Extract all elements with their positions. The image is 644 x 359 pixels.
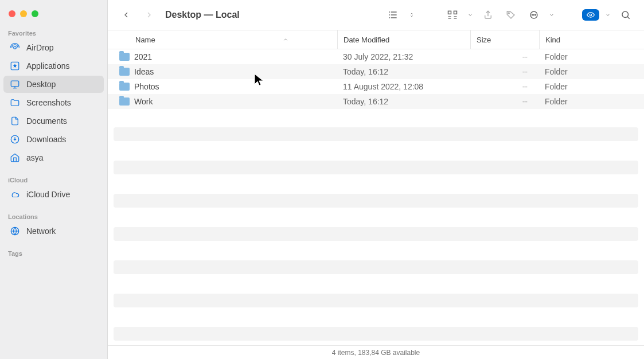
search-button[interactable] xyxy=(616,6,635,24)
chevron-down-icon[interactable] xyxy=(548,6,556,24)
sidebar-item-applications[interactable]: Applications xyxy=(3,57,104,75)
locations-label: Locations xyxy=(0,211,107,223)
table-row[interactable]: IdeasToday, 16:12--Folder xyxy=(108,64,644,79)
column-kind[interactable]: Kind xyxy=(539,30,644,49)
back-button[interactable] xyxy=(117,6,135,24)
sidebar-item-desktop[interactable]: Desktop xyxy=(3,76,104,93)
cloud-icon xyxy=(9,189,21,200)
file-size: -- xyxy=(470,82,539,91)
svg-point-9 xyxy=(532,14,533,15)
icloud-label: iCloud xyxy=(0,174,107,186)
svg-point-7 xyxy=(508,13,509,14)
file-name: Photos xyxy=(134,82,159,91)
downloads-icon xyxy=(9,134,21,145)
window-controls[interactable] xyxy=(0,6,107,28)
action-menu-button[interactable] xyxy=(525,6,543,24)
svg-rect-2 xyxy=(11,81,19,87)
chevron-down-icon[interactable] xyxy=(466,6,474,24)
svg-point-0 xyxy=(14,46,17,49)
maximize-window-button[interactable] xyxy=(32,10,38,17)
file-date: 30 July 2022, 21:32 xyxy=(337,52,470,61)
file-kind: Folder xyxy=(539,82,644,91)
column-date-modified[interactable]: Date Modified xyxy=(337,30,470,49)
file-date: Today, 16:12 xyxy=(337,67,470,76)
sidebar-item-icloud-drive[interactable]: iCloud Drive xyxy=(3,186,104,203)
window-title: Desktop — Local xyxy=(165,10,240,20)
column-name[interactable]: Name xyxy=(108,36,337,44)
sidebar-item-label: Screenshots xyxy=(26,98,71,107)
sidebar-item-label: iCloud Drive xyxy=(26,190,70,199)
sidebar-item-home[interactable]: asya xyxy=(3,149,104,166)
table-row[interactable]: Photos11 August 2022, 12:08--Folder xyxy=(108,79,644,94)
sidebar-item-network[interactable]: Network xyxy=(3,223,104,240)
sidebar-item-screenshots[interactable]: Screenshots xyxy=(3,94,104,111)
minimize-window-button[interactable] xyxy=(20,10,27,17)
close-window-button[interactable] xyxy=(9,10,15,17)
sidebar-item-label: Downloads xyxy=(26,135,66,144)
sidebar-item-label: Desktop xyxy=(26,80,56,89)
sidebar-item-label: Network xyxy=(26,227,56,236)
folder-icon xyxy=(119,83,130,91)
table-header: Name Date Modified Size Kind xyxy=(108,30,644,49)
file-name: Work xyxy=(134,97,153,106)
svg-rect-6 xyxy=(454,11,457,14)
forward-button[interactable] xyxy=(140,6,158,24)
placeholder-rows xyxy=(108,127,644,341)
sidebar-item-label: AirDrop xyxy=(26,43,53,52)
sidebar-item-downloads[interactable]: Downloads xyxy=(3,131,104,148)
folder-icon xyxy=(119,68,130,76)
svg-point-13 xyxy=(622,11,629,18)
file-kind: Folder xyxy=(539,52,644,61)
svg-rect-5 xyxy=(448,11,451,14)
table-row[interactable]: WorkToday, 16:12--Folder xyxy=(108,94,644,109)
sidebar-item-label: asya xyxy=(26,153,44,162)
airdrop-icon xyxy=(9,42,21,53)
view-options-caret[interactable] xyxy=(407,6,417,24)
sidebar-item-airdrop[interactable]: AirDrop xyxy=(3,39,104,56)
svg-point-10 xyxy=(533,14,534,15)
sidebar-item-label: Applications xyxy=(26,61,70,71)
file-size: -- xyxy=(470,97,539,106)
file-kind: Folder xyxy=(539,97,644,106)
table-row[interactable]: 202130 July 2022, 21:32--Folder xyxy=(108,49,644,64)
file-kind: Folder xyxy=(539,67,644,76)
svg-point-11 xyxy=(535,14,536,15)
file-name: Ideas xyxy=(134,67,154,76)
tag-button[interactable] xyxy=(502,6,520,24)
sort-indicator-icon xyxy=(283,36,288,44)
applications-icon xyxy=(9,60,21,72)
file-date: Today, 16:12 xyxy=(337,97,470,106)
folder-icon xyxy=(9,97,21,108)
status-bar: 4 items, 183,84 GB available xyxy=(108,345,644,359)
view-list-button[interactable] xyxy=(384,6,402,24)
sidebar-item-label: Documents xyxy=(26,116,67,126)
column-size[interactable]: Size xyxy=(470,30,539,49)
folder-icon xyxy=(119,53,130,61)
share-button[interactable] xyxy=(479,6,497,24)
svg-point-12 xyxy=(590,14,592,16)
preview-toggle[interactable] xyxy=(582,9,599,21)
file-name: 2021 xyxy=(134,52,152,61)
file-size: -- xyxy=(470,52,539,61)
file-date: 11 August 2022, 12:08 xyxy=(337,82,470,91)
desktop-icon xyxy=(9,79,21,90)
group-by-button[interactable] xyxy=(443,6,462,24)
chevron-down-icon[interactable] xyxy=(604,6,612,24)
sidebar-item-documents[interactable]: Documents xyxy=(3,112,104,130)
file-size: -- xyxy=(470,67,539,76)
home-icon xyxy=(9,152,21,163)
tags-label: Tags xyxy=(0,248,107,259)
network-icon xyxy=(9,225,21,237)
documents-icon xyxy=(9,115,21,127)
favorites-label: Favorites xyxy=(0,28,107,39)
folder-icon xyxy=(119,97,130,106)
